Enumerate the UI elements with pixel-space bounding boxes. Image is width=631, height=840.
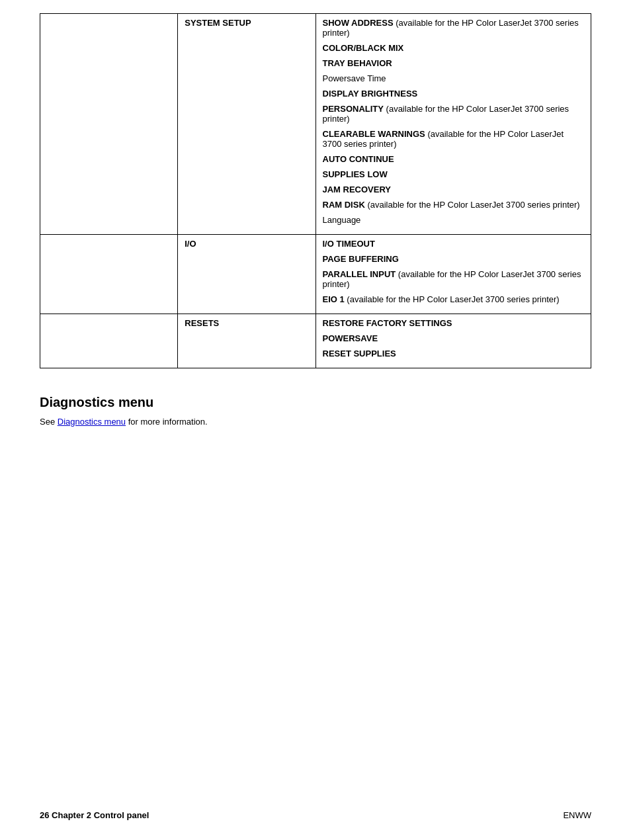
col3-system-setup-items: SHOW ADDRESS (available for the HP Color… — [316, 14, 591, 235]
menu-entry-color-black-mix: COLOR/BLACK MIX — [323, 43, 585, 53]
table-row: I/O I/O TIMEOUT PAGE BUFFERING PARALLEL … — [40, 235, 591, 314]
page-content: SYSTEM SETUP SHOW ADDRESS (available for… — [40, 13, 591, 427]
menu-entry-parallel-input: PARALLEL INPUT (available for the HP Col… — [323, 269, 585, 289]
menu-item-label: POWERSAVE — [323, 333, 585, 343]
menu-entry-personality: PERSONALITY (available for the HP Color … — [323, 104, 585, 124]
diagnostics-heading: Diagnostics menu — [40, 395, 591, 410]
menu-entry-clearable-warnings: CLEARABLE WARNINGS (available for the HP… — [323, 129, 585, 149]
menu-item-label: EIO 1 — [323, 294, 345, 304]
menu-entry-powersave: POWERSAVE — [323, 333, 585, 343]
menu-item-label: COLOR/BLACK MIX — [323, 43, 585, 53]
menu-item-note: (available for the HP Color LaserJet 370… — [345, 294, 560, 304]
menu-item-label: AUTO CONTINUE — [323, 154, 585, 164]
menu-item-label: Language — [323, 215, 361, 225]
col1-cell — [40, 235, 178, 314]
menu-entry-ram-disk: RAM DISK (available for the HP Color Las… — [323, 200, 585, 210]
menu-item-label: PAGE BUFFERING — [323, 254, 585, 264]
table-row: RESETS RESTORE FACTORY SETTINGS POWERSAV… — [40, 314, 591, 368]
menu-item-label: JAM RECOVERY — [323, 185, 585, 194]
col2-resets: RESETS — [178, 314, 316, 368]
col2-io: I/O — [178, 235, 316, 314]
menu-entry-jam-recovery: JAM RECOVERY — [323, 185, 585, 194]
footer-page-number: 26 Chapter 2 Control panel — [40, 810, 149, 820]
menu-entry-restore-factory: RESTORE FACTORY SETTINGS — [323, 318, 585, 328]
menu-entry-page-buffering: PAGE BUFFERING — [323, 254, 585, 264]
menu-entry-supplies-low: SUPPLIES LOW — [323, 169, 585, 179]
diagnostics-link[interactable]: Diagnostics menu — [58, 417, 126, 427]
menu-item-label: RESET SUPPLIES — [323, 349, 585, 358]
footer-language: ENWW — [563, 810, 591, 820]
menu-entry-auto-continue: AUTO CONTINUE — [323, 154, 585, 164]
diagnostics-section: Diagnostics menu See Diagnostics menu fo… — [40, 388, 591, 427]
page-footer: 26 Chapter 2 Control panel ENWW — [40, 810, 591, 820]
menu-item-label: DISPLAY BRIGHTNESS — [323, 89, 585, 99]
menu-item-note: (available for the HP Color LaserJet 370… — [365, 200, 580, 210]
menu-item-label: PERSONALITY — [323, 104, 384, 114]
menu-item-label: TRAY BEHAVIOR — [323, 58, 585, 68]
menu-entry-io-timeout: I/O TIMEOUT — [323, 239, 585, 249]
menu-item-label: I/O TIMEOUT — [323, 239, 585, 249]
diagnostics-text: See Diagnostics menu for more informatio… — [40, 417, 591, 427]
menu-item-label: PARALLEL INPUT — [323, 269, 396, 279]
menu-item-label: SUPPLIES LOW — [323, 169, 585, 179]
col1-cell — [40, 14, 178, 235]
menu-item-label: RESTORE FACTORY SETTINGS — [323, 318, 585, 328]
menu-item-label: SHOW ADDRESS — [323, 18, 394, 28]
menu-entry-powersave-time: Powersave Time — [323, 73, 585, 83]
diagnostics-text-before: See — [40, 417, 58, 427]
main-table: SYSTEM SETUP SHOW ADDRESS (available for… — [40, 13, 591, 368]
diagnostics-text-after: for more information. — [126, 417, 208, 427]
menu-entry-eio1: EIO 1 (available for the HP Color LaserJ… — [323, 294, 585, 304]
col1-cell — [40, 314, 178, 368]
menu-entry-language: Language — [323, 215, 585, 225]
menu-entry-show-address: SHOW ADDRESS (available for the HP Color… — [323, 18, 585, 38]
menu-entry-reset-supplies: RESET SUPPLIES — [323, 349, 585, 358]
col3-io-items: I/O TIMEOUT PAGE BUFFERING PARALLEL INPU… — [316, 235, 591, 314]
menu-item-label: RAM DISK — [323, 200, 365, 210]
table-row: SYSTEM SETUP SHOW ADDRESS (available for… — [40, 14, 591, 235]
menu-item-label: Powersave Time — [323, 73, 386, 83]
menu-entry-display-brightness: DISPLAY BRIGHTNESS — [323, 89, 585, 99]
col2-system-setup: SYSTEM SETUP — [178, 14, 316, 235]
menu-item-label: CLEARABLE WARNINGS — [323, 129, 425, 139]
menu-entry-tray-behavior: TRAY BEHAVIOR — [323, 58, 585, 68]
col3-resets-items: RESTORE FACTORY SETTINGS POWERSAVE RESET… — [316, 314, 591, 368]
